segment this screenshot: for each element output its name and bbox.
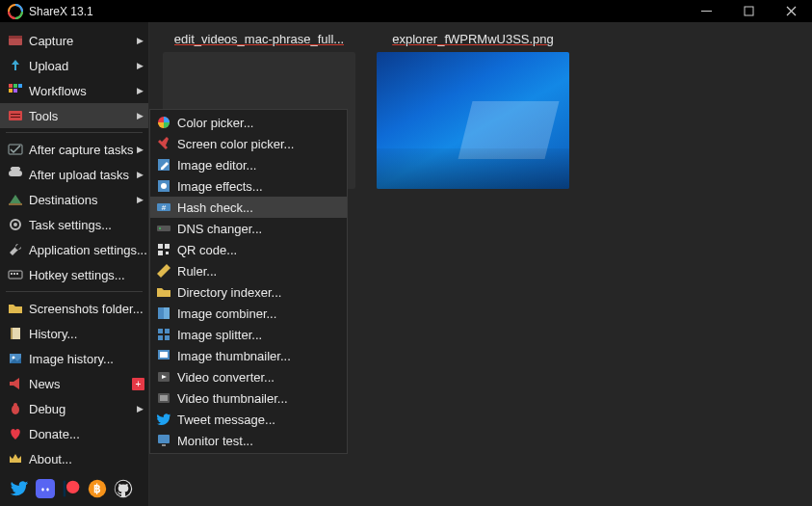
svg-point-18	[13, 223, 17, 226]
tool-dir-indexer[interactable]: Directory indexer...	[150, 281, 347, 303]
tool-video-thumbnailer[interactable]: Video thumbnailer...	[150, 387, 347, 409]
svg-rect-24	[11, 328, 13, 339]
menu-upload[interactable]: Upload ▶	[0, 53, 148, 78]
svg-rect-2	[745, 7, 753, 15]
svg-rect-12	[9, 111, 22, 120]
arrow-icon: ▶	[134, 86, 145, 95]
svg-rect-20	[11, 273, 13, 275]
twitter-icon[interactable]	[10, 479, 29, 498]
menu-image-history[interactable]: Image history...	[0, 346, 148, 371]
svg-point-30	[41, 488, 44, 491]
titlebar: ShareX 13.1	[0, 0, 812, 22]
menu-app-settings[interactable]: Application settings...	[0, 237, 148, 262]
video-converter-icon	[156, 369, 171, 385]
svg-rect-13	[11, 114, 20, 115]
minimize-button[interactable]	[685, 0, 727, 22]
menu-about[interactable]: About...	[0, 446, 148, 471]
svg-rect-53	[158, 335, 163, 340]
tool-image-splitter[interactable]: Image splitter...	[150, 324, 347, 345]
arrow-icon: ▶	[134, 170, 145, 179]
svg-point-44	[159, 227, 161, 229]
menu-task-settings[interactable]: Task settings...	[0, 212, 148, 237]
svg-text:#: #	[162, 203, 167, 212]
heart-icon	[8, 426, 23, 441]
menu-after-capture[interactable]: After capture tasks ▶	[0, 137, 148, 162]
menu-news[interactable]: News +	[0, 371, 148, 396]
svg-rect-7	[9, 84, 13, 88]
news-badge: +	[132, 378, 144, 390]
svg-rect-33	[64, 481, 66, 497]
splitter-icon	[156, 327, 171, 342]
menu-donate[interactable]: Donate...	[0, 421, 148, 446]
svg-point-31	[46, 488, 49, 491]
svg-rect-60	[158, 435, 170, 443]
svg-rect-49	[158, 307, 164, 319]
app-window: ShareX 13.1 Capture ▶ Upload ▶ Workflows…	[0, 0, 812, 506]
bitcoin-icon[interactable]: ฿	[88, 479, 107, 498]
upload-icon	[8, 58, 23, 73]
file-caption: explorer_fWPRMwU3SS.png	[392, 32, 554, 46]
file-tile[interactable]: explorer_fWPRMwU3SS.png	[377, 32, 569, 189]
tools-submenu: Color picker... Screen color picker... I…	[149, 109, 348, 454]
image-history-icon	[8, 351, 23, 366]
tool-qr-code[interactable]: QR code...	[150, 239, 347, 260]
close-button[interactable]	[770, 0, 812, 22]
svg-rect-10	[9, 89, 13, 93]
tool-video-converter[interactable]: Video converter...	[150, 366, 347, 387]
tool-screen-color-picker[interactable]: Screen color picker...	[150, 133, 347, 154]
tool-image-effects[interactable]: Image effects...	[150, 175, 347, 197]
wrench-icon	[8, 242, 23, 257]
megaphone-icon	[8, 376, 23, 391]
tool-tweet[interactable]: Tweet message...	[150, 409, 347, 430]
hash-icon: #	[156, 200, 171, 215]
menu-capture[interactable]: Capture ▶	[0, 28, 148, 53]
svg-rect-8	[13, 84, 17, 88]
social-row: ฿	[0, 471, 148, 506]
patreon-icon[interactable]	[62, 479, 81, 498]
menu-debug[interactable]: Debug ▶	[0, 396, 148, 421]
tool-hash-check[interactable]: # Hash check...	[150, 197, 347, 218]
tool-image-editor[interactable]: Image editor...	[150, 154, 347, 175]
tool-color-picker[interactable]: Color picker...	[150, 112, 347, 133]
arrow-icon: ▶	[134, 145, 145, 154]
maximize-button[interactable]	[727, 0, 770, 22]
tool-ruler[interactable]: Ruler...	[150, 260, 347, 281]
dns-icon	[156, 221, 171, 236]
monitor-icon	[156, 433, 171, 448]
sharex-logo-icon	[8, 4, 23, 19]
crown-icon	[8, 451, 23, 466]
menu-screenshots-folder[interactable]: Screenshots folder...	[0, 296, 148, 321]
svg-rect-59	[160, 395, 168, 401]
destinations-icon	[8, 192, 23, 207]
bug-icon	[8, 401, 23, 416]
menu-workflows[interactable]: Workflows ▶	[0, 78, 148, 103]
menu-destinations[interactable]: Destinations ▶	[0, 187, 148, 212]
discord-icon[interactable]	[36, 479, 55, 498]
svg-rect-51	[158, 329, 163, 333]
divider	[6, 132, 143, 133]
folder-icon	[8, 301, 23, 316]
menu-tools[interactable]: Tools ▶	[0, 103, 148, 128]
svg-point-32	[66, 481, 79, 493]
menu-history[interactable]: History...	[0, 321, 148, 346]
folder-list-icon	[156, 284, 171, 300]
video-thumb-icon	[156, 390, 171, 406]
svg-point-26	[13, 357, 15, 360]
svg-point-40	[161, 183, 167, 189]
arrow-icon: ▶	[134, 195, 145, 204]
svg-rect-1	[701, 11, 712, 12]
file-caption: edit_videos_mac-phrase_full...	[174, 32, 344, 46]
tool-dns-changer[interactable]: DNS changer...	[150, 218, 347, 239]
svg-rect-6	[9, 36, 22, 39]
svg-rect-46	[165, 244, 170, 249]
menu-after-upload[interactable]: After upload tasks ▶	[0, 162, 148, 187]
image-effects-icon	[156, 178, 171, 194]
tool-image-combiner[interactable]: Image combiner...	[150, 303, 347, 324]
tool-monitor-test[interactable]: Monitor test...	[150, 430, 347, 451]
arrow-icon: ▶	[134, 36, 145, 45]
menu-hotkey-settings[interactable]: Hotkey settings...	[0, 262, 148, 287]
tool-image-thumbnailer[interactable]: Image thumbnailer...	[150, 345, 347, 366]
github-icon[interactable]	[114, 479, 133, 498]
gear-icon	[8, 217, 23, 232]
svg-rect-47	[158, 251, 163, 255]
